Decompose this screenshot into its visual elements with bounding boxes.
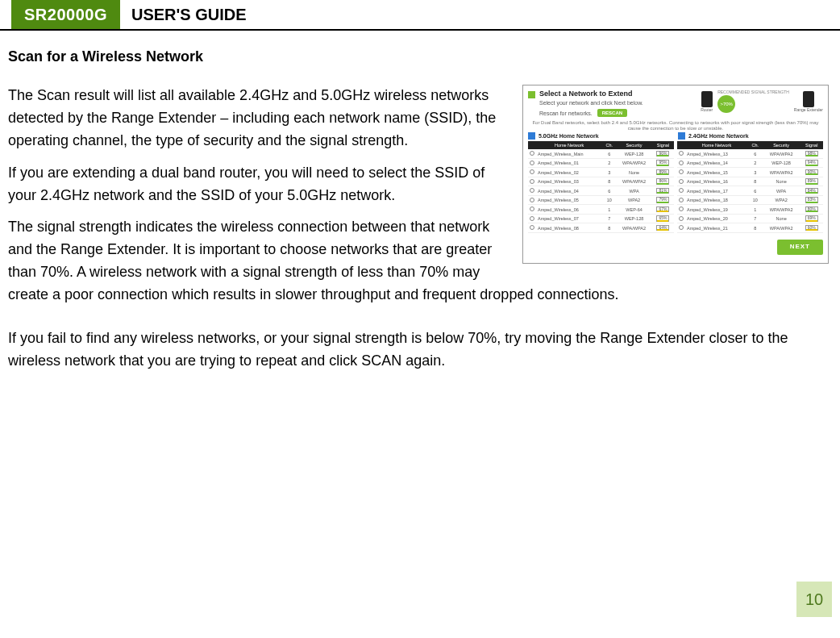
network-channel: 2 xyxy=(748,158,763,168)
network-name: Amped_Wireless_13 xyxy=(685,149,748,158)
table-row[interactable]: Amped_Wireless_012WPA/WPA295% xyxy=(528,158,674,168)
page-content: Scan for a Wireless Network Select a Net… xyxy=(0,31,840,373)
table-row[interactable]: Amped_Wireless_168None89% xyxy=(677,177,823,186)
network-security: WPA/WPA2 xyxy=(763,168,800,177)
network-channel: 6 xyxy=(602,186,616,196)
table-row[interactable]: Amped_Wireless_046WPA81% xyxy=(528,186,674,196)
network-channel: 10 xyxy=(602,195,616,205)
network-channel: 8 xyxy=(602,223,616,233)
network-radio[interactable] xyxy=(530,161,534,165)
table-row[interactable]: Amped_Wireless_1810WPA283% xyxy=(677,195,823,205)
network-radio[interactable] xyxy=(679,216,684,221)
network-security: WPA xyxy=(616,186,652,196)
network-channel: 2 xyxy=(602,158,616,168)
network-signal: 89% xyxy=(656,169,669,176)
extender-label: Range Extender xyxy=(794,108,823,113)
network-name: Amped_Wireless_Main xyxy=(536,149,602,158)
table-row[interactable]: Amped_Wireless_077WEP-12865% xyxy=(528,214,674,223)
network-channel: 1 xyxy=(602,205,616,215)
network-security: WPA/WPA2 xyxy=(763,223,800,233)
table-row[interactable]: Amped_Wireless_136WPA/WPA298% xyxy=(677,149,823,158)
network-channel: 10 xyxy=(748,195,763,205)
network-channel: 3 xyxy=(748,168,763,177)
model-badge: SR20000G xyxy=(11,0,120,29)
network-radio[interactable] xyxy=(530,188,534,193)
col-channel: Ch. xyxy=(748,141,763,149)
network-name: Amped_Wireless_19 xyxy=(685,205,748,215)
network-name: Amped_Wireless_16 xyxy=(685,177,748,186)
extender-icon xyxy=(803,91,814,107)
network-security: WPA/WPA2 xyxy=(616,223,652,233)
network-channel: 8 xyxy=(602,177,616,186)
network-radio[interactable] xyxy=(679,151,684,156)
network-radio[interactable] xyxy=(679,169,684,174)
network-signal: 86% xyxy=(656,178,669,185)
network-radio[interactable] xyxy=(679,198,684,202)
network-security: None xyxy=(763,177,800,186)
network-radio[interactable] xyxy=(530,225,534,230)
network-security: WPA2 xyxy=(763,195,800,205)
section-title: Scan for a Wireless Network xyxy=(8,48,829,65)
paragraph: If you fail to find any wireless network… xyxy=(8,327,829,373)
table-row[interactable]: Amped_Wireless_088WPA/WPA264% xyxy=(528,223,674,233)
table-row[interactable]: Amped_Wireless_038WPA/WPA286% xyxy=(528,177,674,186)
table-row[interactable]: Amped_Wireless_061WEP-6467% xyxy=(528,205,674,215)
network-radio[interactable] xyxy=(679,161,684,165)
network-name: Amped_Wireless_03 xyxy=(536,177,602,186)
network-channel: 7 xyxy=(602,214,616,223)
signal-threshold-badge: >70% xyxy=(717,95,735,113)
table-row[interactable]: Amped_Wireless_153WPA/WPA290% xyxy=(677,168,823,177)
network-name: Amped_Wireless_21 xyxy=(685,223,748,233)
network-radio[interactable] xyxy=(530,216,534,221)
network-radio[interactable] xyxy=(679,179,684,184)
network-channel: 6 xyxy=(748,186,763,196)
network-channel: 8 xyxy=(748,177,763,186)
table-row[interactable]: Amped_Wireless_207None69% xyxy=(677,214,823,223)
network-signal: 64% xyxy=(656,225,669,231)
network-signal: 60% xyxy=(805,225,818,231)
network-channel: 6 xyxy=(602,149,616,158)
network-name: Amped_Wireless_05 xyxy=(536,195,602,205)
table-row[interactable]: Amped_Wireless_218WPA/WPA260% xyxy=(677,223,823,233)
next-button[interactable]: NEXT xyxy=(777,240,823,255)
col-signal: Signal xyxy=(652,141,674,149)
table-row[interactable]: Amped_Wireless_Main6WEP-12896% xyxy=(528,149,674,158)
network-radio[interactable] xyxy=(530,179,534,184)
table-row[interactable]: Amped_Wireless_0510WPA279% xyxy=(528,195,674,205)
network-radio[interactable] xyxy=(679,225,684,230)
network-security: WPA/WPA2 xyxy=(616,158,652,168)
network-table-24ghz: Home Network Ch. Security Signal Amped_W… xyxy=(677,141,823,233)
network-security: WPA/WPA2 xyxy=(763,205,800,215)
network-radio[interactable] xyxy=(530,169,534,174)
network-signal: 83% xyxy=(805,197,818,203)
network-security: WEP-128 xyxy=(616,214,652,223)
network-channel: 3 xyxy=(602,168,616,177)
network-radio[interactable] xyxy=(530,206,534,211)
network-radio[interactable] xyxy=(679,188,684,193)
recommended-label: RECOMMENDED SIGNAL STRENGTH xyxy=(717,90,789,94)
network-security: WPA/WPA2 xyxy=(763,149,800,158)
col-security: Security xyxy=(616,141,652,149)
table-row[interactable]: Amped_Wireless_142WEP-12894% xyxy=(677,158,823,168)
network-name: Amped_Wireless_18 xyxy=(685,195,748,205)
network-name: Amped_Wireless_07 xyxy=(536,214,602,223)
network-channel: 1 xyxy=(748,205,763,215)
table-row[interactable]: Amped_Wireless_176WPA84% xyxy=(677,186,823,196)
network-signal: 80% xyxy=(805,206,818,213)
network-name: Amped_Wireless_20 xyxy=(685,214,748,223)
network-name: Amped_Wireless_15 xyxy=(685,168,748,177)
embedded-screenshot: Select a Network to Extend Select your n… xyxy=(522,85,829,264)
network-name: Amped_Wireless_01 xyxy=(536,158,602,168)
rescan-button[interactable]: RESCAN xyxy=(597,109,627,118)
router-label: Router xyxy=(701,108,713,113)
network-signal: 67% xyxy=(656,206,669,213)
table-row[interactable]: Amped_Wireless_023None89% xyxy=(528,168,674,177)
network-radio[interactable] xyxy=(530,198,534,202)
network-signal: 98% xyxy=(805,151,818,157)
table-row[interactable]: Amped_Wireless_191WPA/WPA280% xyxy=(677,205,823,215)
network-security: WPA2 xyxy=(616,195,652,205)
network-radio[interactable] xyxy=(530,151,534,156)
col-home-network: Home Network xyxy=(536,141,602,149)
network-signal: 79% xyxy=(656,197,669,203)
network-radio[interactable] xyxy=(679,206,684,211)
